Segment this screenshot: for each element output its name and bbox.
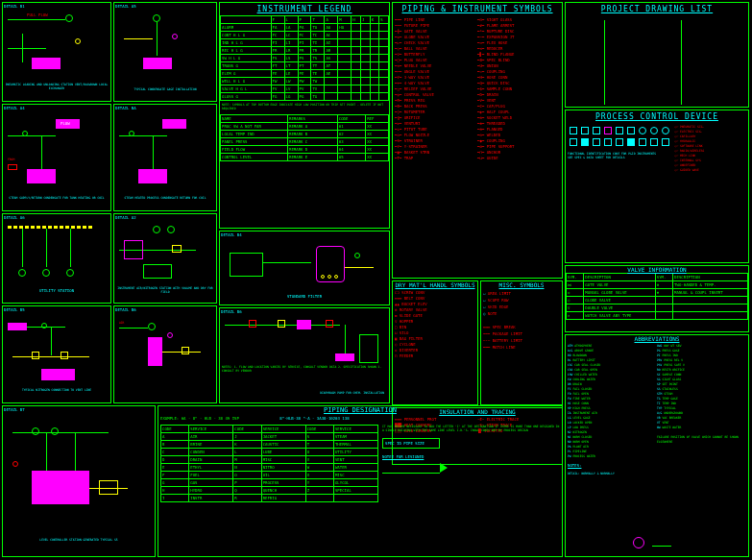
abbreviations-hdr: ABBREVIATIONS [566,335,748,342]
project-drawing: PROJECT DRAWING LIST [565,2,749,108]
detail-a4: DETAIL A4 FLOW FROM STEAM SUPPLY/RETURN … [2,104,111,211]
detail-a2-title: DETAIL A2 [114,214,216,221]
dry-matl: DRY MAT'L HANDL SYMBOLS ⊏⊐ SCREW CONV ══… [392,280,478,405]
instrument-legend: INSTRUMENT LEGEND FLPTAMHJKS ALARMFALAPA… [219,2,390,229]
detail-b6: DETAIL B6 AIR [113,305,217,403]
detail-a6-desc: UTILITY STATION [3,288,110,293]
process-control: PROCESS CONTROL DEVICE FUNCTIONAL IDENTI… [565,110,749,263]
detail-b1-title: DETAIL B1 [3,3,110,10]
valve-info: VALVE INFORMATION SYM.DESCRIPTIONSYM.DES… [565,265,749,332]
detail-a5: DETAIL A5 TYPICAL CONDENSATE GAGE INSTAL… [113,2,217,102]
detail-b1-sub: FULL FLOW [27,12,48,17]
detail-a4-title: DETAIL A4 [3,105,110,111]
detail-b4: DETAIL B4 STANDARD FILTER [219,231,390,305]
project-drawing-hdr: PROJECT DRAWING LIST [566,3,748,15]
piping-designation-hdr: PIPING DESIGNATION [158,406,562,414]
detail-b5-title: DETAIL B5 [3,306,110,313]
piping-symbols: PIPING & INSTRUMENT SYMBOLS ━━━ PIPE LIN… [392,2,563,279]
abbreviations: ABBREVIATIONS ATM ATMOSPHERE A/G ABOVE G… [565,334,749,557]
misc-symbols: MISC. SYMBOLS ▭ AREA LIMIT ▭ SCOPE ROW ▭… [480,280,563,405]
valve-info-hdr: VALVE INFORMATION [566,266,748,273]
detail-a6: DETAIL A6 UTILITY STATION [2,213,111,304]
detail-ba-title: DETAIL BA [114,105,216,111]
detail-b5-desc: TYPICAL NITROGEN CONNECTION TO VENT LINE [3,388,110,392]
detail-b1-desc: PNEUMATIC LOADING AND UNLOADING STATION … [3,82,110,91]
legend-note: NOTE: SYMBOLS AT TOP BOTTOM EDGE INDICAT… [220,101,389,112]
piping-designation: PIPING DESIGNATION EXAMPLE: 6A - 8" - HL… [158,405,563,557]
detail-b7-title: DETAIL B7 [3,406,155,413]
detail-b5: DETAIL B5 TYPICAL NITROGEN CONNECTION TO… [2,305,111,403]
detail-b6-notes: DETAIL B6 NOTES: 1. FLOW AND LOCATION VA… [219,307,390,403]
detail-b6-title: DETAIL B6 [114,306,216,313]
misc-symbols-hdr: MISC. SYMBOLS [481,281,562,288]
detail-a5-desc: TYPICAL CONDENSATE GAGE INSTALLATION [114,86,216,92]
detail-a2-desc: INSTRUMENT AIR/NITROGEN STATION WITH VOL… [114,286,216,294]
detail-b7-desc: LEVEL CONTROLLER STATION GENERATED TYPIC… [3,538,155,542]
dry-matl-hdr: DRY MAT'L HANDL SYMBOLS [393,281,477,288]
detail-a5-title: DETAIL A5 [114,3,216,10]
detail-a6-title: DETAIL A6 [3,214,110,221]
detail-b6-notes-text: NOTES: 1. FLOW AND LOCATION VARIES BY SE… [220,363,389,375]
instrument-legend-hdr: INSTRUMENT LEGEND [220,3,389,15]
detail-ba-desc: STEAM HEATED PROCESS CONDENSATE RETURN F… [114,196,216,200]
detail-b1: DETAIL B1 FULL FLOW PNEUMATIC LOADING AN… [2,2,111,102]
detail-b4-title: DETAIL B4 [220,231,389,238]
detail-a4-desc: STEAM SUPPLY/RETURN CONDENSATE FOR TANK … [3,196,110,200]
detail-b4-desc: STANDARD FILTER [220,294,389,299]
detail-b7: DETAIL B7 LEVEL CONTROLLER STATION GENER… [2,405,156,557]
process-control-hdr: PROCESS CONTROL DEVICE [566,110,748,123]
detail-ba: DETAIL BA STEAM HEATED PROCESS CONDENSAT… [113,104,217,211]
detail-a2: DETAIL A2 INSTRUMENT AIR/NITROGEN STATIO… [113,213,217,304]
piping-symbols-hdr: PIPING & INSTRUMENT SYMBOLS [393,3,562,15]
